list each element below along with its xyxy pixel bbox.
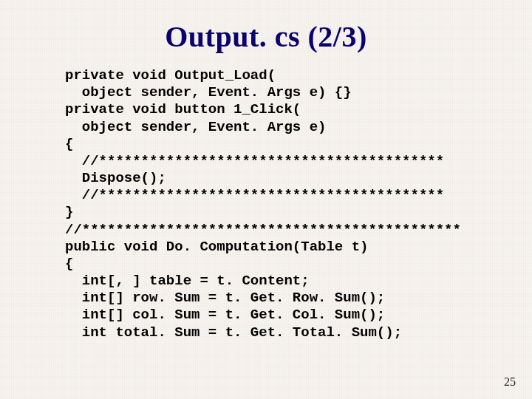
code-line: int[] row. Sum = t. Get. Row. Sum(); xyxy=(65,290,385,306)
code-line: { xyxy=(65,256,73,272)
code-line: } xyxy=(65,204,73,220)
code-line: //**************************************… xyxy=(65,222,461,238)
code-line: object sender, Event. Args e) {} xyxy=(65,84,352,100)
code-line: object sender, Event. Args e) xyxy=(65,119,326,135)
code-line: int[] col. Sum = t. Get. Col. Sum(); xyxy=(65,307,385,323)
code-line: int[, ] table = t. Content; xyxy=(65,273,310,289)
page-number: 25 xyxy=(504,375,516,389)
slide-title: Output. cs (2/3) xyxy=(0,0,532,67)
code-line: Dispose(); xyxy=(65,170,166,186)
code-block: private void Output_Load( object sender,… xyxy=(0,67,532,341)
code-line: //**************************************… xyxy=(65,187,444,203)
code-line: private void button 1_Click( xyxy=(65,101,301,117)
code-line: { xyxy=(65,136,73,152)
code-line: //**************************************… xyxy=(65,153,444,169)
code-line: private void Output_Load( xyxy=(65,67,276,83)
code-line: int total. Sum = t. Get. Total. Sum(); xyxy=(65,324,402,341)
code-line: public void Do. Computation(Table t) xyxy=(65,239,368,255)
